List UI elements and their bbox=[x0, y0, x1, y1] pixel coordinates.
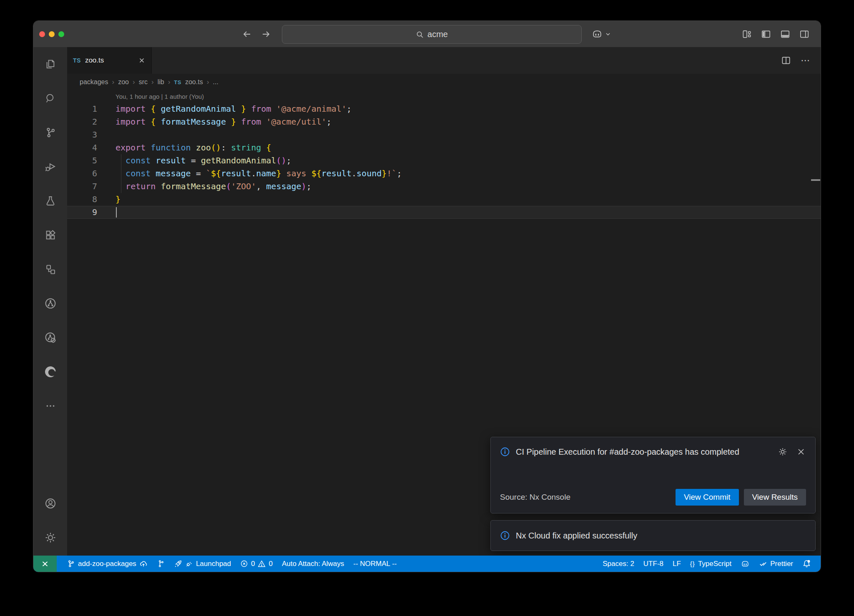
chevron-right-icon: › bbox=[207, 78, 209, 86]
code-line: 5 const result = getRandomAnimal(); bbox=[67, 154, 821, 167]
command-center-search[interactable]: acme bbox=[282, 25, 582, 44]
overview-ruler-decoration bbox=[811, 179, 820, 181]
breadcrumb-item[interactable]: ... bbox=[213, 78, 218, 86]
sidebar-right-icon bbox=[799, 29, 810, 40]
code-text: } bbox=[97, 193, 121, 206]
forward-button[interactable] bbox=[261, 29, 271, 39]
activity-references[interactable] bbox=[33, 252, 67, 286]
code-text: const message = `${result.name} says ${r… bbox=[97, 167, 402, 180]
breadcrumb: packages › zoo › src › lib › TS zoo.ts ›… bbox=[67, 74, 821, 90]
activity-source-control[interactable] bbox=[33, 115, 67, 150]
copilot-menu[interactable] bbox=[591, 21, 611, 47]
activity-nx-cloud[interactable] bbox=[33, 321, 67, 355]
breadcrumb-item[interactable]: src bbox=[139, 78, 148, 86]
typescript-file-icon: TS bbox=[73, 57, 81, 64]
titlebar-layout-controls bbox=[741, 21, 810, 47]
breadcrumb-item[interactable]: zoo.ts bbox=[185, 78, 203, 86]
customize-layout-icon bbox=[741, 29, 752, 40]
line-number: 9 bbox=[67, 206, 97, 218]
arrow-left-icon bbox=[242, 29, 252, 39]
activity-nx-console[interactable] bbox=[33, 286, 67, 321]
line-number: 6 bbox=[67, 167, 97, 180]
testing-flask-icon bbox=[44, 195, 57, 207]
toggle-panel-button[interactable] bbox=[780, 29, 791, 40]
minimize-window-button[interactable] bbox=[49, 31, 55, 37]
remote-indicator[interactable] bbox=[33, 556, 57, 572]
tab-close-button[interactable] bbox=[138, 57, 146, 64]
customize-layout-button[interactable] bbox=[741, 29, 752, 40]
notification-close-button[interactable] bbox=[796, 447, 806, 457]
indentation-item[interactable]: Spaces: 2 bbox=[598, 556, 639, 572]
titlebar: acme bbox=[33, 21, 821, 48]
extensions-icon bbox=[44, 229, 57, 241]
code-text: const result = getRandomAnimal(); bbox=[97, 154, 291, 167]
vim-mode-item[interactable]: -- NORMAL -- bbox=[349, 556, 401, 572]
status-bar: add-zoo-packages Launchpad 0 0 Au bbox=[33, 556, 821, 572]
formatter-item[interactable]: Prettier bbox=[754, 556, 798, 572]
settings-button[interactable] bbox=[33, 521, 67, 555]
activity-search[interactable] bbox=[33, 81, 67, 115]
line-number: 7 bbox=[67, 180, 97, 193]
branch-name: add-zoo-packages bbox=[78, 560, 136, 568]
view-results-button[interactable]: View Results bbox=[744, 489, 806, 506]
pipeline-icon bbox=[157, 560, 165, 568]
error-icon bbox=[240, 560, 248, 568]
breadcrumb-item[interactable]: zoo bbox=[118, 78, 129, 86]
tab-zoo-ts[interactable]: TS zoo.ts bbox=[67, 47, 152, 74]
code-line: 2import { formatMessage } from '@acme/ut… bbox=[67, 115, 821, 128]
code-text bbox=[97, 206, 116, 218]
account-button[interactable] bbox=[33, 486, 67, 521]
close-window-button[interactable] bbox=[39, 31, 45, 37]
line-number: 8 bbox=[67, 193, 97, 206]
notifications-bell-item[interactable] bbox=[798, 556, 816, 572]
breadcrumb-item[interactable]: packages bbox=[80, 78, 108, 86]
tab-bar: TS zoo.ts ⋯ bbox=[67, 47, 821, 74]
zoom-window-button[interactable] bbox=[58, 31, 64, 37]
pipeline-item[interactable] bbox=[152, 556, 169, 572]
activity-extensions[interactable] bbox=[33, 218, 67, 252]
encoding-item[interactable]: UTF-8 bbox=[639, 556, 668, 572]
problems-item[interactable]: 0 0 bbox=[236, 556, 277, 572]
edge-browser-icon bbox=[43, 365, 58, 379]
text-cursor bbox=[116, 207, 117, 218]
language-mode-item[interactable]: {} TypeScript bbox=[686, 556, 736, 572]
error-count: 0 bbox=[251, 560, 255, 568]
editor-actions: ⋯ bbox=[781, 47, 821, 74]
branch-item[interactable]: add-zoo-packages bbox=[63, 556, 152, 572]
typescript-file-icon: TS bbox=[174, 79, 181, 85]
activity-explorer[interactable] bbox=[33, 47, 67, 81]
toggle-secondary-sidebar-button[interactable] bbox=[799, 29, 810, 40]
indent-guide bbox=[121, 167, 121, 180]
back-button[interactable] bbox=[242, 29, 252, 39]
code-line: 6 const message = `${result.name} says $… bbox=[67, 167, 821, 180]
remote-icon bbox=[41, 560, 49, 568]
copilot-icon bbox=[741, 559, 750, 568]
activity-run-debug[interactable] bbox=[33, 150, 67, 184]
line-number: 3 bbox=[67, 128, 97, 141]
info-icon bbox=[500, 447, 510, 457]
activity-testing[interactable] bbox=[33, 184, 67, 218]
code-line: 1import { getRandomAnimal } from '@acme/… bbox=[67, 103, 821, 115]
launchpad-item[interactable]: Launchpad bbox=[169, 556, 236, 572]
notification-settings-button[interactable] bbox=[778, 447, 788, 457]
activity-edge-browser[interactable] bbox=[33, 355, 67, 389]
desktop-background: acme bbox=[0, 0, 854, 616]
auto-attach-item[interactable]: Auto Attach: Always bbox=[277, 556, 349, 572]
breadcrumb-item[interactable]: lib bbox=[158, 78, 164, 86]
source-control-icon bbox=[44, 126, 57, 139]
view-commit-button[interactable]: View Commit bbox=[676, 489, 739, 506]
notification-message: Nx Cloud fix applied successfully bbox=[516, 531, 637, 541]
tab-label: zoo.ts bbox=[85, 56, 104, 65]
braces-icon: {} bbox=[690, 560, 695, 567]
copilot-status-item[interactable] bbox=[736, 556, 754, 572]
account-icon bbox=[44, 497, 57, 510]
line-number: 4 bbox=[67, 141, 97, 154]
nx-cloud-icon bbox=[44, 331, 57, 344]
activity-more[interactable] bbox=[33, 389, 67, 423]
double-check-icon bbox=[759, 560, 767, 568]
eol-item[interactable]: LF bbox=[668, 556, 686, 572]
plug-icon bbox=[185, 560, 193, 568]
more-actions-button[interactable]: ⋯ bbox=[801, 55, 811, 66]
toggle-primary-sidebar-button[interactable] bbox=[761, 29, 771, 40]
split-editor-button[interactable] bbox=[781, 55, 791, 66]
